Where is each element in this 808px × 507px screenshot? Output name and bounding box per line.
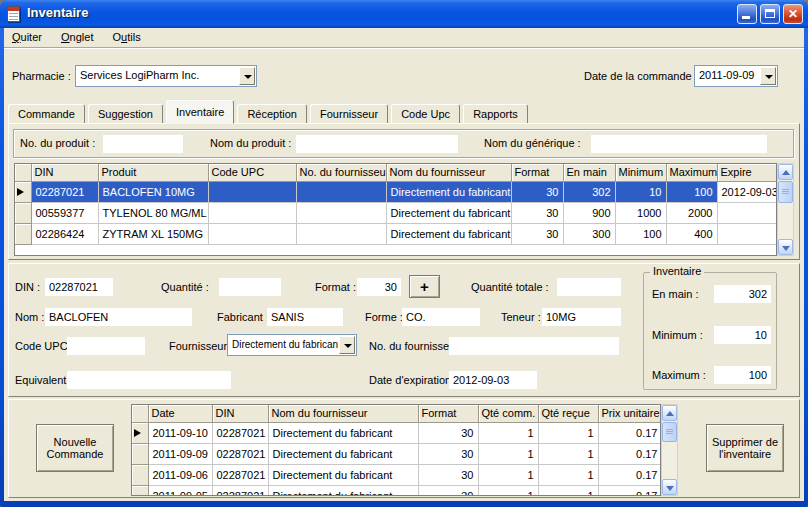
- minimum-label: Minimum :: [652, 329, 703, 341]
- menu-outils[interactable]: Outils: [105, 28, 149, 46]
- date-dropdown-button[interactable]: [760, 67, 776, 85]
- table-row[interactable]: 02286424 ZYTRAM XL 150MG Directement du …: [15, 223, 777, 244]
- tab-code-upc[interactable]: Code Upc: [391, 104, 460, 124]
- minimum-field[interactable]: [714, 326, 771, 344]
- add-quantity-button[interactable]: +: [409, 275, 440, 298]
- format-field[interactable]: [357, 278, 401, 296]
- row-selector[interactable]: [132, 464, 148, 485]
- col-prix-unitaire[interactable]: Prix unitaire: [598, 405, 661, 422]
- en-main-field[interactable]: [714, 285, 771, 303]
- row-selector[interactable]: [132, 485, 148, 496]
- window-icon: [7, 6, 20, 22]
- col-din[interactable]: DIN: [31, 164, 98, 181]
- tab-commande[interactable]: Commande: [8, 104, 85, 124]
- nouvelle-commande-button[interactable]: Nouvelle Commande: [36, 424, 114, 472]
- window-title: Inventaire: [27, 5, 88, 20]
- orders-grid-scrollbar[interactable]: [661, 404, 678, 496]
- col-date[interactable]: Date: [148, 405, 212, 422]
- orders-header-row: Date DIN Nom du fournisseur Format Qté c…: [132, 405, 661, 422]
- menu-quiter[interactable]: Quiter: [4, 28, 50, 46]
- close-button[interactable]: [783, 4, 803, 24]
- col-format[interactable]: Format: [511, 164, 563, 181]
- col-produit[interactable]: Produit: [98, 164, 208, 181]
- inventaire-groupbox: Inventaire En main : Minimum : Maximum :: [643, 272, 777, 390]
- chevron-down-icon: [344, 344, 352, 348]
- date-commande-select[interactable]: 2011-09-09: [694, 65, 778, 87]
- tab-reception[interactable]: Réception: [237, 104, 307, 124]
- forme-field[interactable]: [402, 308, 480, 326]
- col-nom-fournisseur[interactable]: Nom du fournisseur: [268, 405, 418, 422]
- col-maximum[interactable]: Maximum: [666, 164, 717, 181]
- chevron-down-icon: [782, 246, 790, 251]
- col-qte-recue[interactable]: Qté reçue: [538, 405, 598, 422]
- quantite-totale-label: Quantité totale :: [471, 281, 549, 293]
- tab-page-inventaire: No. du produit : Nom du produit : Nom du…: [8, 123, 800, 260]
- table-row[interactable]: 2011-09-05 02287021 Directement du fabri…: [132, 485, 661, 496]
- pharmacie-dropdown-button[interactable]: [239, 67, 255, 85]
- no-produit-input[interactable]: [103, 135, 183, 153]
- scroll-up-button[interactable]: [662, 405, 677, 421]
- pharmacie-label: Pharmacie :: [12, 70, 71, 82]
- nom-field[interactable]: [45, 308, 192, 326]
- supprimer-inventaire-button[interactable]: Supprimer de l'inventaire: [706, 424, 784, 472]
- row-selector[interactable]: [15, 181, 31, 202]
- scroll-down-button[interactable]: [662, 479, 677, 495]
- nom-label: Nom :: [15, 311, 44, 323]
- nom-produit-input[interactable]: [296, 135, 458, 153]
- table-row[interactable]: 02287021 BACLOFEN 10MG Directement du fa…: [15, 181, 777, 202]
- col-din[interactable]: DIN: [212, 405, 268, 422]
- minimize-button[interactable]: [737, 4, 757, 24]
- table-row[interactable]: 2011-09-06 02287021 Directement du fabri…: [132, 464, 661, 485]
- equivalent-field[interactable]: [67, 371, 231, 389]
- scroll-up-button[interactable]: [778, 164, 793, 180]
- inventory-grid-scrollbar[interactable]: [777, 163, 794, 256]
- maximum-field[interactable]: [714, 366, 771, 384]
- menu-onglet[interactable]: Onglet: [53, 28, 101, 46]
- fournisseur-select[interactable]: Directement du fabricant: [227, 334, 357, 356]
- equivalent-label: Equivalent :: [15, 374, 72, 386]
- quantite-field[interactable]: [219, 278, 281, 296]
- table-row[interactable]: 00559377 TYLENOL 80 MG/ML Directement du…: [15, 202, 777, 223]
- inventory-header-row: DIN Produit Code UPC No. du fournisseur …: [15, 164, 777, 181]
- row-selector[interactable]: [15, 202, 31, 223]
- col-minimum[interactable]: Minimum: [615, 164, 666, 181]
- maximum-label: Maximum :: [652, 369, 706, 381]
- no-fournisseur-field[interactable]: [449, 337, 619, 355]
- orders-grid: Date DIN Nom du fournisseur Format Qté c…: [131, 404, 661, 496]
- col-qte-comm[interactable]: Qté comm.: [478, 405, 538, 422]
- pharmacie-select[interactable]: Services LogiPharm Inc.: [75, 65, 257, 87]
- tab-suggestion[interactable]: Suggestion: [88, 104, 163, 124]
- row-selector[interactable]: [132, 422, 148, 443]
- scroll-thumb[interactable]: [662, 422, 677, 442]
- maximize-icon: [765, 9, 775, 18]
- col-expire[interactable]: Expire: [717, 164, 777, 181]
- code-upc-label: Code UPC :: [15, 340, 74, 352]
- row-selector-header: [15, 164, 31, 181]
- col-nom-fournisseur[interactable]: Nom du fournisseur: [386, 164, 511, 181]
- col-no-fournisseur[interactable]: No. du fournisseur: [296, 164, 386, 181]
- scroll-down-button[interactable]: [778, 239, 793, 255]
- row-selector[interactable]: [15, 223, 31, 244]
- col-en-main[interactable]: En main: [563, 164, 615, 181]
- col-format[interactable]: Format: [418, 405, 478, 422]
- tab-inventaire[interactable]: Inventaire: [166, 100, 234, 124]
- fabricant-field[interactable]: [267, 308, 343, 326]
- col-code-upc[interactable]: Code UPC: [208, 164, 296, 181]
- close-icon: [784, 7, 802, 21]
- code-upc-field[interactable]: [67, 337, 145, 355]
- chevron-down-icon: [244, 75, 252, 79]
- din-field[interactable]: [45, 278, 113, 296]
- tab-fournisseur[interactable]: Fournisseur: [310, 104, 388, 124]
- nom-generique-input[interactable]: [591, 135, 767, 153]
- table-row[interactable]: 2011-09-10 02287021 Directement du fabri…: [132, 422, 661, 443]
- quantite-totale-field[interactable]: [557, 278, 621, 296]
- table-row[interactable]: 2011-09-09 02287021 Directement du fabri…: [132, 443, 661, 464]
- row-selector[interactable]: [132, 443, 148, 464]
- maximize-button[interactable]: [760, 4, 780, 24]
- chevron-up-icon: [666, 411, 674, 416]
- teneur-field[interactable]: [542, 308, 621, 326]
- scroll-thumb[interactable]: [778, 181, 793, 203]
- date-expiration-field[interactable]: [449, 371, 537, 389]
- fournisseur-dropdown-button[interactable]: [339, 336, 355, 354]
- tab-rapports[interactable]: Rapports: [463, 104, 528, 124]
